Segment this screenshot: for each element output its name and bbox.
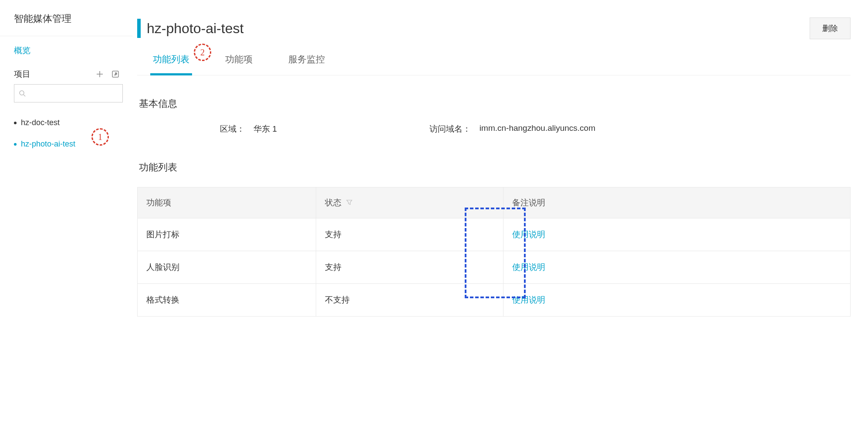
annotation-marker-2: 2 xyxy=(194,44,211,61)
usage-link[interactable]: 使用说明 xyxy=(512,262,545,272)
brand-title: 智能媒体管理 xyxy=(0,0,132,36)
table-row: 人脸识别 支持 使用说明 xyxy=(138,251,851,284)
bullet-icon xyxy=(14,143,17,146)
usage-link[interactable]: 使用说明 xyxy=(512,230,545,239)
tab-service-monitor[interactable]: 服务监控 xyxy=(286,53,328,75)
project-item-label: hz-photo-ai-test xyxy=(21,140,75,149)
cell-feature: 图片打标 xyxy=(138,218,316,251)
region-value: 华东 1 xyxy=(253,123,277,135)
svg-point-1 xyxy=(20,91,24,95)
project-search-input[interactable] xyxy=(14,84,123,102)
th-note: 备注说明 xyxy=(503,187,851,218)
page-title: hz-photo-ai-test xyxy=(147,20,243,37)
tab-function-list[interactable]: 功能列表 2 xyxy=(150,53,192,75)
export-icon[interactable] xyxy=(111,69,120,79)
usage-link[interactable]: 使用说明 xyxy=(512,295,545,304)
cell-status: 不支持 xyxy=(316,284,503,317)
basic-info-row: 区域： 华东 1 访问域名： imm.cn-hangzhou.aliyuncs.… xyxy=(137,123,851,139)
title-accent-bar xyxy=(137,19,141,38)
table-row: 图片打标 支持 使用说明 xyxy=(138,218,851,251)
domain-label: 访问域名： xyxy=(429,123,471,135)
th-status-label: 状态 xyxy=(325,198,341,207)
th-feature: 功能项 xyxy=(138,187,316,218)
tab-function-item[interactable]: 功能项 xyxy=(223,53,255,75)
main-content: hz-photo-ai-test 删除 功能列表 2 功能项 服务监控 基本信息… xyxy=(133,0,868,426)
bullet-icon xyxy=(14,122,17,124)
delete-button[interactable]: 删除 xyxy=(810,17,851,39)
nav-overview[interactable]: 概览 xyxy=(0,36,132,65)
section-title-basic-info: 基本信息 xyxy=(139,97,851,110)
section-title-function-list: 功能列表 xyxy=(139,161,851,174)
project-item-hz-doc-test[interactable]: hz-doc-test xyxy=(0,112,132,133)
cell-status: 支持 xyxy=(316,218,503,251)
projects-title: 项目 xyxy=(14,68,30,80)
add-project-icon[interactable] xyxy=(95,69,105,79)
projects-header: 项目 xyxy=(0,65,132,84)
annotation-marker-1: 1 xyxy=(91,128,109,146)
svg-line-2 xyxy=(24,95,25,96)
cell-feature: 格式转换 xyxy=(138,284,316,317)
cell-feature: 人脸识别 xyxy=(138,251,316,284)
sidebar: 智能媒体管理 概览 项目 hz-doc-test xyxy=(0,0,133,426)
search-icon xyxy=(19,90,26,97)
project-item-label: hz-doc-test xyxy=(21,118,60,127)
tab-label: 功能列表 xyxy=(153,54,189,64)
th-status[interactable]: 状态 xyxy=(316,187,503,218)
project-item-hz-photo-ai-test[interactable]: hz-photo-ai-test 1 xyxy=(0,133,132,155)
domain-value: imm.cn-hangzhou.aliyuncs.com xyxy=(480,123,595,135)
tabs: 功能列表 2 功能项 服务监控 xyxy=(137,53,851,75)
filter-icon[interactable] xyxy=(346,198,352,207)
cell-status: 支持 xyxy=(316,251,503,284)
region-label: 区域： xyxy=(220,123,245,135)
table-row: 格式转换 不支持 使用说明 xyxy=(138,284,851,317)
function-table: 功能项 状态 备注说明 图片打标 支持 使用说明 xyxy=(137,187,851,317)
